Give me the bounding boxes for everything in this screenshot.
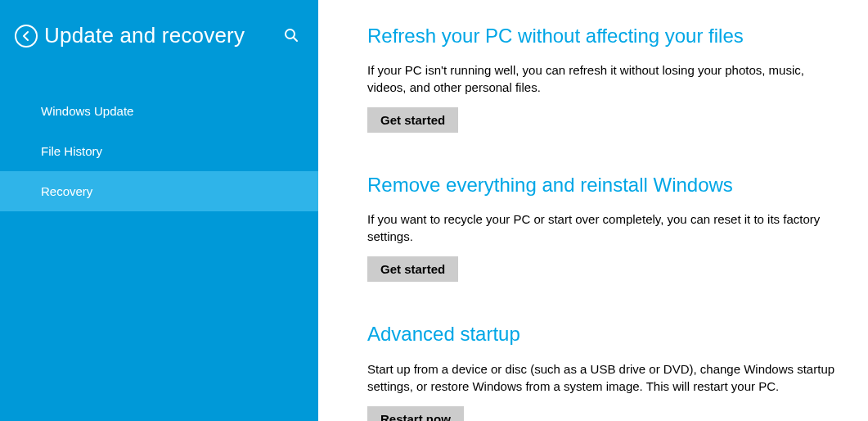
search-icon[interactable] — [284, 28, 299, 45]
section-desc: If you want to recycle your PC or start … — [367, 210, 843, 245]
section-advanced: Advanced startup Start up from a device … — [367, 321, 843, 421]
svg-line-1 — [294, 38, 297, 41]
section-desc: If your PC isn't running well, you can r… — [367, 61, 843, 96]
section-refresh: Refresh your PC without affecting your f… — [367, 23, 843, 133]
content-area: Refresh your PC without affecting your f… — [318, 0, 868, 421]
section-desc: Start up from a device or disc (such as … — [367, 360, 843, 395]
sidebar-item-label: File History — [41, 144, 102, 158]
sidebar-item-label: Recovery — [41, 184, 92, 198]
section-remove: Remove everything and reinstall Windows … — [367, 172, 843, 282]
page-title: Update and recovery — [44, 23, 245, 48]
sidebar-item-label: Windows Update — [41, 104, 133, 118]
get-started-remove-button[interactable]: Get started — [367, 256, 458, 282]
section-title: Advanced startup — [367, 321, 843, 346]
get-started-refresh-button[interactable]: Get started — [367, 107, 458, 133]
section-title: Refresh your PC without affecting your f… — [367, 23, 843, 48]
sidebar-header: Update and recovery — [0, 0, 318, 65]
sidebar-item-file-history[interactable]: File History — [0, 131, 318, 171]
sidebar: Update and recovery Windows Update File … — [0, 0, 318, 421]
sidebar-item-recovery[interactable]: Recovery — [0, 171, 318, 211]
sidebar-nav: Windows Update File History Recovery — [0, 91, 318, 211]
restart-now-button[interactable]: Restart now — [367, 406, 464, 421]
section-title: Remove everything and reinstall Windows — [367, 172, 843, 197]
back-icon[interactable] — [15, 25, 38, 48]
sidebar-item-windows-update[interactable]: Windows Update — [0, 91, 318, 131]
